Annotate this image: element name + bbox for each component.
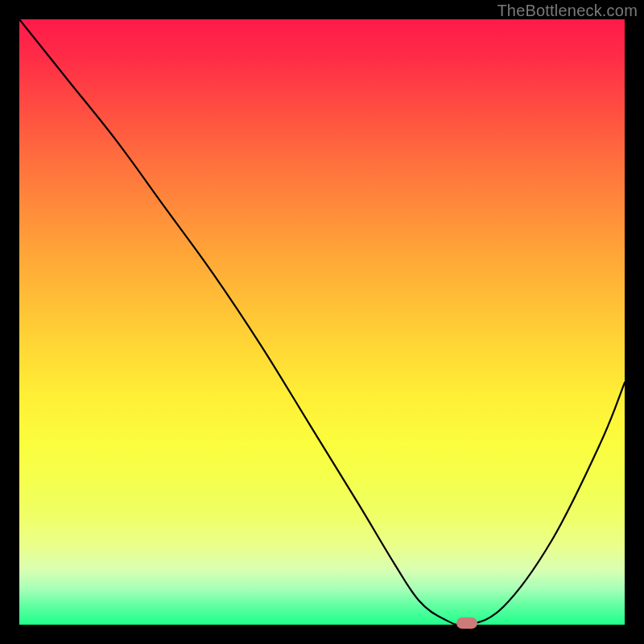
watermark-text: TheBottleneck.com [497, 2, 638, 20]
plot-area [19, 19, 625, 625]
chart-container: TheBottleneck.com [0, 0, 644, 644]
bottleneck-curve [19, 19, 625, 625]
optimal-marker [456, 617, 477, 629]
